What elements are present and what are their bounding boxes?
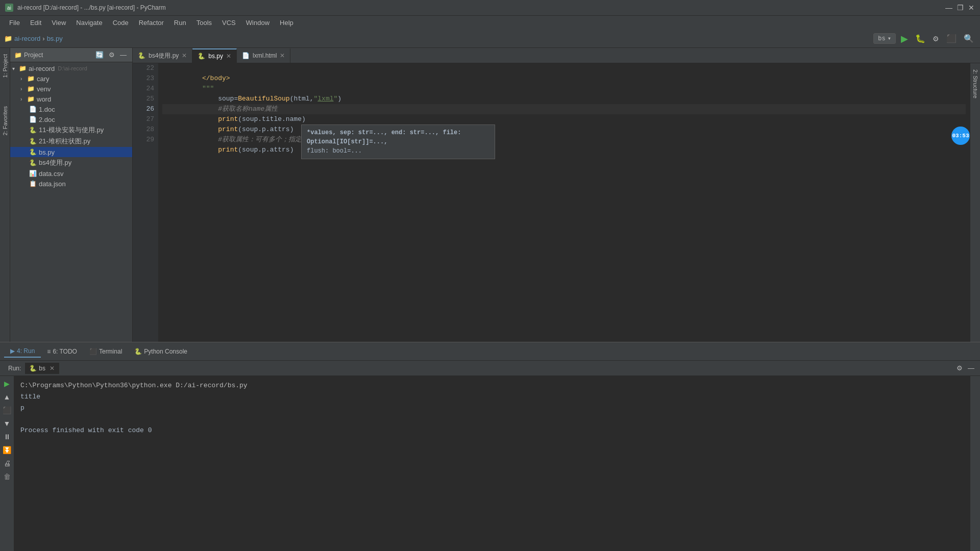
gear-btn[interactable]: ⚙ xyxy=(107,51,116,59)
docstring-23: """ xyxy=(202,85,214,92)
line-numbers: 22 23 24 25 26 27 28 29 xyxy=(133,63,158,342)
run-settings-btn[interactable]: ⚙ xyxy=(955,364,964,372)
python-console-icon: 🐍 xyxy=(134,348,142,355)
side-tab-favorites[interactable]: 2: Favorites xyxy=(0,102,10,139)
doc2-label: 2.doc xyxy=(39,116,55,123)
file-tree: ▾ 📁 ai-record D:\ai-record › 📁 cary › 📁 … xyxy=(10,62,132,342)
code-content[interactable]: </body> """ soup=BeautifulSoup(html,"lxm… xyxy=(158,63,970,342)
line-num-26: 26 xyxy=(133,104,154,114)
panel-header: 📁 Project 🔄 ⚙ — xyxy=(10,48,132,62)
tab-lxml[interactable]: 📄 lxml.html ✕ xyxy=(237,48,290,63)
run-close-btn[interactable]: — xyxy=(966,364,976,372)
breadcrumb-file[interactable]: bs.py xyxy=(47,35,63,42)
run-nav-icon: ▶ xyxy=(10,347,15,355)
root-arrow: ▾ xyxy=(12,66,18,71)
tab-bs4use-close[interactable]: ✕ xyxy=(182,52,187,59)
tooltip-line2: flush: bool=... xyxy=(307,146,489,156)
menu-code[interactable]: Code xyxy=(108,17,134,29)
rerun-button[interactable]: ▶ xyxy=(3,378,11,389)
code-line-22: </body> xyxy=(162,63,966,73)
breadcrumb-root[interactable]: 📁 xyxy=(4,35,12,42)
tree-item-2doc[interactable]: 📄 2.doc xyxy=(10,114,132,124)
tree-item-cary[interactable]: › 📁 cary xyxy=(10,73,132,84)
run-coverage-button[interactable]: ⚙ xyxy=(930,33,941,45)
menu-help[interactable]: Help xyxy=(275,17,299,29)
menu-run[interactable]: Run xyxy=(169,17,191,29)
terminal-nav-label: Terminal xyxy=(99,348,122,355)
code-line-23: """ xyxy=(162,73,966,84)
close-button[interactable]: ✕ xyxy=(968,4,975,11)
sync-btn[interactable]: 🔄 xyxy=(94,51,105,59)
menu-view[interactable]: View xyxy=(46,17,71,29)
minimize-button[interactable]: — xyxy=(945,4,952,11)
json-label: data.json xyxy=(39,180,66,188)
run-tab-bs[interactable]: 🐍 bs ✕ xyxy=(25,363,59,374)
run-tab-close[interactable]: ✕ xyxy=(50,365,55,372)
tag-body-close: </body> xyxy=(202,74,230,82)
nav-terminal[interactable]: ⬛ Terminal xyxy=(83,346,128,357)
tree-item-word[interactable]: › 📁 word xyxy=(10,94,132,104)
menu-navigate[interactable]: Navigate xyxy=(71,17,107,29)
line-num-27: 27 xyxy=(133,114,154,124)
comment-25: #获取名称name属性 xyxy=(202,105,278,113)
doc1-icon: 📄 xyxy=(29,105,37,113)
nav-todo[interactable]: ≡ 6: TODO xyxy=(41,346,83,357)
csv-icon: 📊 xyxy=(29,169,37,178)
nav-python-console[interactable]: 🐍 Python Console xyxy=(128,346,193,357)
tab-bs4use-icon: 🐍 xyxy=(138,52,145,59)
pause-button[interactable]: ⏸ xyxy=(2,431,12,442)
tooltip-line1: *values, sep: str=..., end: str=..., fil… xyxy=(307,128,489,146)
tab-lxml-close[interactable]: ✕ xyxy=(280,52,285,59)
menu-tools[interactable]: Tools xyxy=(191,17,217,29)
debug-button[interactable]: 🐛 xyxy=(913,32,927,45)
tab-bs4use[interactable]: 🐍 bs4使用.py ✕ xyxy=(133,48,192,63)
maximize-button[interactable]: ❐ xyxy=(957,4,964,11)
tab-bs[interactable]: 🐍 bs.py ✕ xyxy=(192,48,237,63)
tree-item-1doc[interactable]: 📄 1.doc xyxy=(10,104,132,114)
tab-lxml-icon: 📄 xyxy=(242,52,250,59)
tree-item-bs4[interactable]: 🐍 bs4使用.py xyxy=(10,157,132,168)
nav-run[interactable]: ▶ 4: Run xyxy=(4,345,41,358)
menu-edit[interactable]: Edit xyxy=(25,17,46,29)
root-folder-icon: 📁 xyxy=(18,64,27,72)
run-tab-label: bs xyxy=(39,365,45,372)
tree-item-bs[interactable]: 🐍 bs.py xyxy=(10,147,132,157)
py21-icon: 🐍 xyxy=(29,137,37,145)
line-num-23: 23 xyxy=(133,73,154,84)
breadcrumb-project[interactable]: ai-record xyxy=(14,35,40,42)
tree-item-csv[interactable]: 📊 data.csv xyxy=(10,168,132,179)
run-label: Run: xyxy=(4,363,25,374)
code-editor[interactable]: 22 23 24 25 26 27 28 29 </body> """ xyxy=(133,63,980,342)
menu-refactor[interactable]: Refactor xyxy=(134,17,169,29)
structure-tab[interactable]: 2: Structure xyxy=(970,65,981,103)
stop-button[interactable]: ⬛ xyxy=(944,32,959,45)
scroll-up-button[interactable]: ▲ xyxy=(2,391,12,403)
menu-window[interactable]: Window xyxy=(241,17,275,29)
main-content: 1: Project 2: Favorites 📁 Project 🔄 ⚙ — … xyxy=(0,48,980,342)
terminal-nav-icon: ⬛ xyxy=(89,348,97,355)
run-button[interactable]: ▶ xyxy=(899,31,910,46)
run-config-label: bs xyxy=(878,35,885,42)
menu-file[interactable]: File xyxy=(4,17,25,29)
tree-item-json[interactable]: 📋 data.json xyxy=(10,179,132,189)
tree-root[interactable]: ▾ 📁 ai-record D:\ai-record xyxy=(10,63,132,73)
search-button[interactable]: 🔍 xyxy=(962,32,976,45)
run-config-selector[interactable]: bs ▾ xyxy=(873,33,896,44)
print-button[interactable]: 🖨 xyxy=(2,458,12,469)
run-tab-icon: 🐍 xyxy=(29,365,37,372)
tree-item-py21[interactable]: 🐍 21-堆积柱状图.py xyxy=(10,136,132,147)
menu-vcs[interactable]: VCS xyxy=(217,17,241,29)
tree-item-venv[interactable]: › 📁 venv xyxy=(10,84,132,94)
menu-bar: File Edit View Navigate Code Refactor Ru… xyxy=(0,15,980,30)
scroll-all-button[interactable]: ⏬ xyxy=(1,444,13,456)
expand-btn[interactable]: — xyxy=(118,51,128,59)
clear-button[interactable]: 🗑 xyxy=(2,471,12,482)
side-tab-project[interactable]: 1: Project xyxy=(0,50,10,82)
run-area-right xyxy=(970,376,980,551)
stop-run-button[interactable]: ⬛ xyxy=(1,405,13,416)
tab-bs-close[interactable]: ✕ xyxy=(226,53,231,60)
tree-item-py11[interactable]: 🐍 11-模块安装与使用.py xyxy=(10,124,132,136)
scroll-down-button[interactable]: ▼ xyxy=(2,418,12,429)
run-output: C:\Programs\Python\Python36\python.exe D… xyxy=(14,376,970,551)
run-panel: Run: 🐍 bs ✕ ⚙ — ▶ ▲ ⬛ ▼ ⏸ ⏬ 🖨 🗑 C:\Progr… xyxy=(0,360,980,551)
